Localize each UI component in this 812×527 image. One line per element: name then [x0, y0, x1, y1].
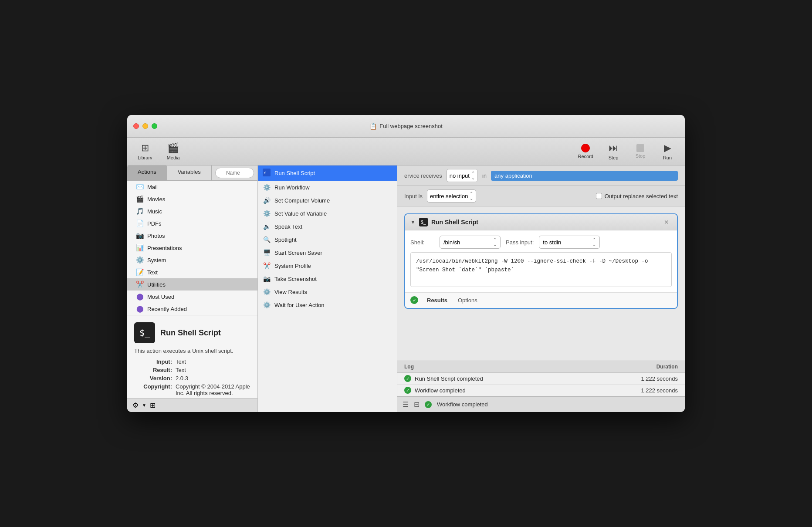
- minimize-button[interactable]: [142, 123, 148, 129]
- card-terminal-icon: $_: [419, 218, 428, 226]
- titlebar: 📋 Full webpage screenshot: [127, 115, 685, 138]
- text-icon: 📝: [136, 268, 144, 276]
- record-label: Record: [578, 154, 593, 159]
- log-header: Log Duration: [397, 361, 685, 373]
- close-button[interactable]: [133, 123, 139, 129]
- library-icon: ⊞: [141, 142, 149, 154]
- add-icon[interactable]: ⊞: [150, 401, 156, 409]
- desc-result-row: Result: Text: [134, 367, 250, 373]
- action-item-run-shell[interactable]: ⚡ Run Shell Script: [258, 166, 397, 181]
- desc-text: This action executes a Unix shell script…: [134, 348, 250, 354]
- action-list: ⚡ Run Shell Script ⚙️ Run Workflow 🔊 Set…: [258, 166, 397, 412]
- in-label: in: [482, 172, 487, 179]
- log-row-1: ✓ Workflow completed 1.222 seconds: [397, 385, 685, 396]
- pass-input-select[interactable]: to stdin ⌃⌄: [539, 236, 600, 249]
- action-item-label: System Profile: [274, 263, 311, 269]
- results-tab[interactable]: Results: [425, 296, 449, 304]
- log-text-1: Workflow completed: [415, 387, 613, 394]
- sidebar-item-most-used[interactable]: ⬤ Most Used: [127, 291, 257, 303]
- action-item-set-variable[interactable]: ⚙️ Set Value of Variable: [258, 207, 397, 220]
- tab-variables[interactable]: Variables: [167, 166, 212, 180]
- maximize-button[interactable]: [152, 123, 157, 129]
- card-close-button[interactable]: ✕: [661, 218, 672, 226]
- service-input-select[interactable]: no input ⌃⌄: [447, 169, 478, 182]
- sidebar-item-text[interactable]: 📝 Text: [127, 266, 257, 278]
- card-body: Shell: /bin/sh ⌃⌄ Pass input: to stdin ⌃…: [405, 230, 677, 292]
- sidebar-item-pdfs[interactable]: 📄 PDFs: [127, 217, 257, 230]
- action-item-screen-saver[interactable]: 🖥️ Start Screen Saver: [258, 246, 397, 259]
- action-item-set-volume[interactable]: 🔊 Set Computer Volume: [258, 194, 397, 207]
- desc-input-label: Input:: [134, 358, 176, 365]
- main-window: 📋 Full webpage screenshot ⊞ Library 🎬 Me…: [127, 115, 685, 412]
- photos-icon: 📷: [136, 232, 144, 240]
- action-item-wait-user[interactable]: ⚙️ Wait for User Action: [258, 298, 397, 311]
- run-button[interactable]: ▶ Run: [654, 140, 680, 163]
- log-header-log: Log: [404, 364, 617, 370]
- tab-actions[interactable]: Actions: [127, 166, 167, 180]
- sidebar-item-utilities[interactable]: ✂️ Utilities: [127, 278, 257, 291]
- sidebar-item-movies[interactable]: 🎬 Movies: [127, 193, 257, 205]
- card-footer: ✓ Results Options: [405, 292, 677, 308]
- bottom-bar: ☰ ⊟ ✓ Workflow completed: [397, 396, 685, 412]
- desc-copyright-value: Copyright © 2004-2012 Apple Inc. All rig…: [176, 383, 250, 396]
- search-input[interactable]: [215, 168, 254, 178]
- library-button[interactable]: ⊞ Library: [132, 140, 159, 163]
- action-item-system-profile[interactable]: ✂️ System Profile: [258, 259, 397, 272]
- stop-button[interactable]: Stop: [627, 142, 653, 161]
- shell-select[interactable]: /bin/sh ⌃⌄: [440, 236, 501, 249]
- action-item-label: Start Screen Saver: [274, 250, 322, 256]
- action-item-label: Set Computer Volume: [274, 197, 330, 204]
- action-item-speak-text[interactable]: 🔈 Speak Text: [258, 220, 397, 233]
- action-item-label: Run Shell Script: [274, 170, 315, 176]
- options-tab[interactable]: Options: [456, 296, 479, 304]
- desc-title: Run Shell Script: [160, 328, 221, 338]
- sidebar-item-system[interactable]: ⚙️ System: [127, 254, 257, 266]
- sidebar-item-photos[interactable]: 📷 Photos: [127, 230, 257, 242]
- sidebar-item-music[interactable]: 🎵 Music: [127, 205, 257, 217]
- sidebar-item-presentations[interactable]: 📊 Presentations: [127, 242, 257, 254]
- sidebar-item-mail[interactable]: ✉️ Mail: [127, 181, 257, 193]
- sidebar-list: ✉️ Mail 🎬 Movies 🎵 Music 📄 PDFs 📷: [127, 181, 257, 315]
- action-item-run-workflow[interactable]: ⚙️ Run Workflow: [258, 181, 397, 194]
- output-replaces-label: Output replaces selected text: [605, 193, 678, 199]
- sidebar-item-label: Text: [147, 269, 158, 276]
- mail-icon: ✉️: [136, 183, 144, 191]
- action-item-label: Set Value of Variable: [274, 210, 327, 217]
- run-workflow-icon: ⚙️: [262, 184, 271, 191]
- list-view-icon[interactable]: ☰: [403, 400, 409, 409]
- log-area: Log Duration ✓ Run Shell Script complete…: [397, 361, 685, 396]
- pass-input-label: Pass input:: [506, 239, 534, 246]
- desc-table: Input: Text Result: Text Version: 2.0.3 …: [134, 358, 250, 396]
- wait-user-icon: ⚙️: [262, 301, 271, 308]
- settings-icon[interactable]: ⚙: [132, 401, 139, 409]
- left-bottom-bar: ⚙ ▼ ⊞: [127, 398, 257, 412]
- input-selection-select[interactable]: entire selection ⌃⌄: [427, 189, 476, 203]
- card-chevron-icon[interactable]: ▼: [410, 219, 416, 225]
- take-screenshot-icon: 📷: [262, 275, 271, 282]
- output-replaces-checkbox[interactable]: [596, 193, 602, 199]
- action-item-view-results[interactable]: ⚙️ View Results: [258, 285, 397, 298]
- pdfs-icon: 📄: [136, 220, 144, 227]
- code-editor[interactable]: /usr/local/bin/webkit2png -W 1200 --igno…: [410, 252, 672, 287]
- toolbar-right: Record ⏭ Step Stop ▶ Run: [572, 140, 680, 163]
- media-button[interactable]: 🎬 Media: [160, 140, 186, 163]
- svg-text:⚡: ⚡: [264, 170, 266, 175]
- sidebar-item-label: Music: [147, 208, 162, 215]
- workflow-area: ▼ $_ Run Shell Script ✕ Shell: /bin/sh ⌃…: [397, 206, 685, 361]
- record-button[interactable]: Record: [572, 141, 599, 162]
- input-bar: Input is entire selection ⌃⌄ Output repl…: [397, 186, 685, 206]
- selection-value: entire selection: [430, 193, 468, 199]
- action-item-take-screenshot[interactable]: 📷 Take Screenshot: [258, 272, 397, 285]
- status-check-icon: ✓: [425, 401, 432, 408]
- action-item-spotlight[interactable]: 🔍 Spotlight: [258, 233, 397, 246]
- workflow-card: ▼ $_ Run Shell Script ✕ Shell: /bin/sh ⌃…: [404, 213, 678, 309]
- sidebar-item-recently-added[interactable]: ⬤ Recently Added: [127, 303, 257, 315]
- main-content: Actions Variables 🔍 ✉️ Mail 🎬 Movies: [127, 166, 685, 412]
- dropdown-icon[interactable]: ▼: [142, 403, 146, 408]
- step-button[interactable]: ⏭ Step: [600, 140, 626, 163]
- split-view-icon[interactable]: ⊟: [414, 400, 420, 409]
- step-label: Step: [609, 155, 619, 160]
- action-item-label: Speak Text: [274, 223, 302, 230]
- speak-text-icon: 🔈: [262, 223, 271, 230]
- right-panel: ervice receives no input ⌃⌄ in any appli…: [397, 166, 685, 412]
